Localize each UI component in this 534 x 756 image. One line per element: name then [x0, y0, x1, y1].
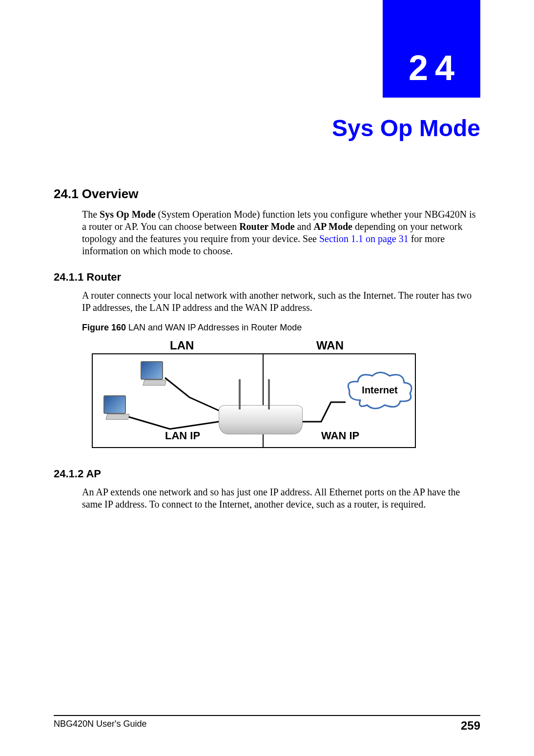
section-heading-overview: 24.1 Overview [54, 186, 480, 202]
network-diagram: LAN WAN Internet LAN IP [82, 337, 424, 454]
computer-icon [141, 361, 169, 386]
text-bold: AP Mode [314, 221, 352, 232]
lan-ip-label: LAN IP [165, 429, 200, 442]
figure-desc: LAN and WAN IP Addresses in Router Mode [128, 323, 302, 332]
figure-label: Figure 160 [82, 323, 128, 332]
internet-cloud-icon: Internet [346, 371, 414, 412]
wan-ip-label: WAN IP [321, 429, 359, 442]
chapter-title: Sys Op Mode [332, 115, 480, 142]
ap-paragraph: An AP extends one network and so has jus… [82, 486, 480, 511]
chapter-number: 24 [402, 48, 461, 88]
text: and [295, 221, 314, 232]
text: The [82, 209, 100, 220]
router-icon [219, 405, 303, 434]
section-heading-ap: 24.1.2 AP [54, 468, 480, 480]
guide-title: NBG420N User's Guide [54, 719, 147, 733]
overview-paragraph: The Sys Op Mode (System Operation Mode) … [82, 208, 480, 257]
text-bold: Sys Op Mode [100, 209, 155, 220]
lan-label: LAN [170, 339, 194, 352]
internet-label: Internet [346, 385, 414, 396]
computer-icon [103, 395, 132, 420]
figure-caption: Figure 160 LAN and WAN IP Addresses in R… [82, 323, 480, 333]
page-number: 259 [461, 719, 480, 733]
text-bold: Router Mode [239, 221, 295, 232]
page-footer: NBG420N User's Guide 259 [54, 715, 480, 733]
cross-reference-link[interactable]: Section 1.1 on page 31 [319, 233, 409, 244]
router-paragraph: A router connects your local network wit… [82, 289, 480, 314]
chapter-number-box: 24 [383, 0, 480, 98]
section-heading-router: 24.1.1 Router [54, 271, 480, 284]
wan-label: WAN [316, 339, 344, 352]
